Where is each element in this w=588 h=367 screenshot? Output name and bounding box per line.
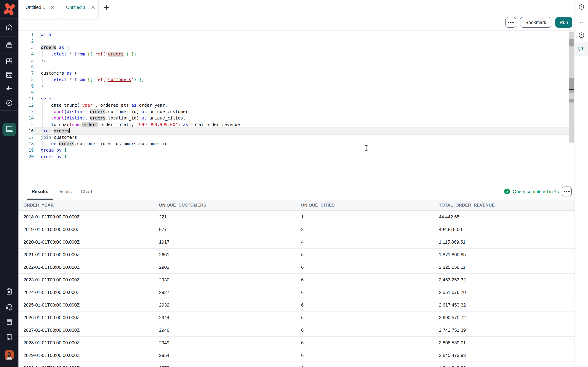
rail-item-ai-chat[interactable]	[575, 42, 588, 56]
table-row[interactable]: 2020-01-01T00:00:00.000Z191741,115,869.5…	[18, 236, 574, 248]
sidebar-item-compass[interactable]	[0, 99, 18, 107]
code-line-13[interactable]: 13 count(distinct orders.customer_id) as…	[18, 108, 574, 115]
code-line-16[interactable]: 16from orders	[18, 128, 574, 134]
run-button[interactable]: Run	[555, 17, 572, 28]
table-cell: 2932	[159, 299, 301, 311]
code-text: join customers	[34, 134, 574, 141]
table-cell: 2949	[159, 336, 301, 349]
column-header[interactable]: UNIQUE_CUSTOMERS	[159, 200, 301, 211]
sidebar-item-apps[interactable]	[0, 57, 18, 66]
code-text: )	[34, 83, 574, 89]
table-cell: 2661	[159, 248, 301, 261]
rail-item-history[interactable]	[575, 28, 588, 42]
code-line-9[interactable]: 9)	[18, 83, 574, 89]
table-row[interactable]: 2022-01-01T00:00:00.000Z290262,325,556.1…	[18, 261, 574, 274]
new-tab-button[interactable]	[103, 4, 110, 11]
sidebar-divider	[0, 18, 18, 19]
editor-scrollbar[interactable]	[569, 32, 574, 142]
code-line-2[interactable]: 2	[18, 38, 574, 44]
line-number: 12	[18, 102, 34, 108]
notebook-icon	[6, 318, 13, 326]
table-cell: 2954	[159, 349, 301, 362]
table-row[interactable]: 2030-01-01T00:00:00.000Z287961,841,049.3…	[18, 362, 574, 367]
sidebar-item-docs[interactable]	[0, 318, 18, 326]
table-cell: 2944	[159, 311, 301, 324]
sidebar-item-code-editor[interactable]	[0, 71, 18, 79]
table-row[interactable]: 2025-01-01T00:00:00.000Z293262,617,453.3…	[18, 299, 574, 311]
close-tab-icon[interactable]	[89, 3, 97, 11]
sidebar-item-windows[interactable]	[0, 84, 18, 92]
building-icon	[6, 334, 13, 341]
rail-item-compass[interactable]	[575, 0, 588, 14]
code-line-19[interactable]: 19group by 1	[18, 147, 574, 153]
table-cell: 2029-01-01T00:00:00.000Z	[18, 349, 159, 362]
table-cell: 2028-01-01T00:00:00.000Z	[18, 336, 159, 349]
table-row[interactable]: 2027-01-01T00:00:00.000Z294662,742,751.3…	[18, 324, 574, 336]
sql-editor[interactable]: 1with23orders as (4 select * from {{ ref…	[18, 31, 574, 183]
more-options-button[interactable]	[505, 17, 516, 28]
table-row[interactable]: 2026-01-01T00:00:00.000Z294462,690,570.7…	[18, 311, 574, 324]
ellipsis-icon	[564, 191, 570, 192]
code-line-6[interactable]: 6	[18, 64, 574, 70]
results-panel: Results Details Chart Query completed in…	[18, 183, 574, 367]
code-line-1[interactable]: 1with	[18, 32, 574, 38]
table-row[interactable]: 2019-01-01T00:00:00.000Z9772494,818.00	[18, 223, 574, 236]
code-line-15[interactable]: 15 to_char(sum(orders.order_total), '999…	[18, 121, 574, 128]
bookmark-icon	[579, 18, 584, 24]
code-line-17[interactable]: 17join customers	[18, 134, 574, 141]
app-sidebar	[0, 0, 18, 367]
code-text: on orders.customer_id = customers.custom…	[34, 141, 574, 147]
tab-label: Chart	[81, 189, 92, 194]
table-row[interactable]: 2029-01-01T00:00:00.000Z295462,845,473.9…	[18, 349, 574, 362]
table-cell: 2879	[159, 362, 301, 367]
sidebar-item-editor-active[interactable]	[2, 123, 16, 136]
table-row[interactable]: 2024-01-01T00:00:00.000Z292762,551,076.7…	[18, 286, 574, 299]
table-cell: 2019-01-01T00:00:00.000Z	[18, 223, 159, 236]
tab-chart[interactable]: Chart	[76, 183, 97, 200]
sidebar-item-support[interactable]	[0, 302, 18, 311]
main-area: Untitled 1 Untitled 1 Bookmark Run 1with…	[18, 0, 574, 367]
table-row[interactable]: 2018-01-01T00:00:00.000Z221144,442.65	[18, 211, 574, 223]
bookmark-button[interactable]: Bookmark	[520, 17, 551, 28]
table-cell: 1,115,869.51	[439, 236, 574, 248]
code-line-4[interactable]: 4 select * from {{ ref('orders') }}	[18, 51, 574, 57]
code-line-3[interactable]: 3orders as (	[18, 44, 574, 51]
table-cell: 1,841,049.32	[439, 362, 574, 367]
tab-untitled-1[interactable]: Untitled 1	[18, 0, 59, 19]
column-header[interactable]: TOTAL_ORDER_REVENUE	[439, 200, 574, 211]
close-tab-icon[interactable]	[48, 3, 57, 11]
line-number: 5	[18, 57, 34, 64]
code-line-11[interactable]: 11select	[18, 96, 574, 102]
table-cell: 1	[301, 211, 439, 223]
sidebar-item-home[interactable]	[0, 23, 18, 32]
code-line-14[interactable]: 14 count(distinct orders.location_id) as…	[18, 115, 574, 121]
code-line-20[interactable]: 20order by 1	[18, 154, 574, 160]
rail-item-bookmark[interactable]	[575, 14, 588, 28]
sidebar-item-clipboard[interactable]	[0, 287, 18, 296]
tab-untitled-2[interactable]: Untitled 1	[59, 0, 99, 19]
table-row[interactable]: 2021-01-01T00:00:00.000Z266161,871,800.8…	[18, 248, 574, 261]
table-row[interactable]: 2023-01-01T00:00:00.000Z293062,453,253.3…	[18, 274, 574, 286]
column-header[interactable]: UNIQUE_CITIES	[301, 200, 439, 211]
code-line-5[interactable]: 5),	[18, 57, 574, 64]
bookmark-label: Bookmark	[525, 20, 546, 25]
sidebar-item-storage[interactable]	[0, 41, 18, 49]
column-header[interactable]: ORDER_YEAR	[18, 200, 159, 211]
code-line-12[interactable]: 12 date_trunc('year', ordered_at) as ord…	[18, 102, 574, 108]
sidebar-item-organization[interactable]	[0, 333, 18, 342]
code-line-8[interactable]: 8 select * from {{ ref('customers') }}	[18, 76, 574, 83]
code-line-10[interactable]: 10	[18, 89, 574, 96]
code-line-18[interactable]: 18 on orders.customer_id = customers.cus…	[18, 141, 574, 147]
paradime-logo[interactable]	[0, 3, 18, 16]
table-cell: 6	[301, 248, 439, 261]
code-text	[34, 38, 574, 44]
tab-results[interactable]: Results	[27, 183, 53, 200]
table-cell: 2902	[159, 261, 301, 274]
tab-details[interactable]: Details	[53, 183, 76, 200]
table-row[interactable]: 2028-01-01T00:00:00.000Z294962,808,539.0…	[18, 336, 574, 349]
code-line-7[interactable]: 7customers as (	[18, 70, 574, 76]
user-avatar[interactable]	[0, 350, 18, 359]
code-text	[34, 64, 574, 70]
tab-label: Untitled 1	[26, 5, 45, 10]
results-more-button[interactable]	[562, 186, 572, 196]
